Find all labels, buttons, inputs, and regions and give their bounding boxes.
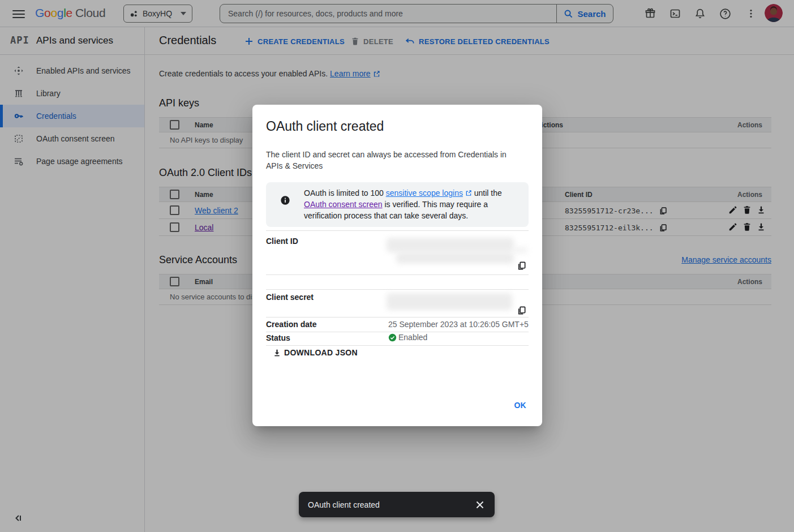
oauth-limit-notice: OAuth is limited to 100 sensitive scope … — [266, 182, 529, 227]
redacted-client-id — [387, 238, 514, 252]
download-icon — [273, 349, 281, 357]
status-value: Enabled — [388, 333, 427, 342]
creation-date-value: 25 September 2023 at 10:26:05 GMT+5 — [388, 320, 529, 329]
close-icon[interactable] — [474, 499, 486, 510]
toast-message: OAuth client created — [308, 500, 474, 509]
ok-button[interactable]: OK — [514, 401, 526, 410]
info-icon — [280, 195, 290, 205]
oauth-consent-screen-link[interactable]: OAuth consent screen — [304, 200, 383, 209]
dialog-title: OAuth client created — [266, 119, 384, 134]
toast-notification: OAuth client created — [299, 492, 495, 517]
external-link-icon — [465, 190, 472, 196]
creation-date-label: Creation date — [266, 320, 316, 329]
check-circle-icon — [388, 333, 397, 342]
redacted-client-secret — [387, 293, 512, 310]
redacted-client-id — [512, 247, 528, 254]
oauth-client-created-dialog: OAuth client created The client ID and s… — [252, 105, 542, 426]
copy-client-secret-icon[interactable] — [517, 306, 526, 315]
download-json-button[interactable]: DOWNLOAD JSON — [273, 348, 358, 357]
sensitive-scope-logins-link[interactable]: sensitive scope logins — [386, 188, 463, 198]
dialog-body-text: The client ID and secret can always be a… — [266, 149, 515, 171]
redacted-client-id — [396, 252, 514, 264]
status-label: Status — [266, 333, 290, 342]
copy-client-id-icon[interactable] — [517, 261, 526, 271]
client-id-label: Client ID — [266, 237, 298, 246]
client-secret-label: Client secret — [266, 293, 314, 302]
